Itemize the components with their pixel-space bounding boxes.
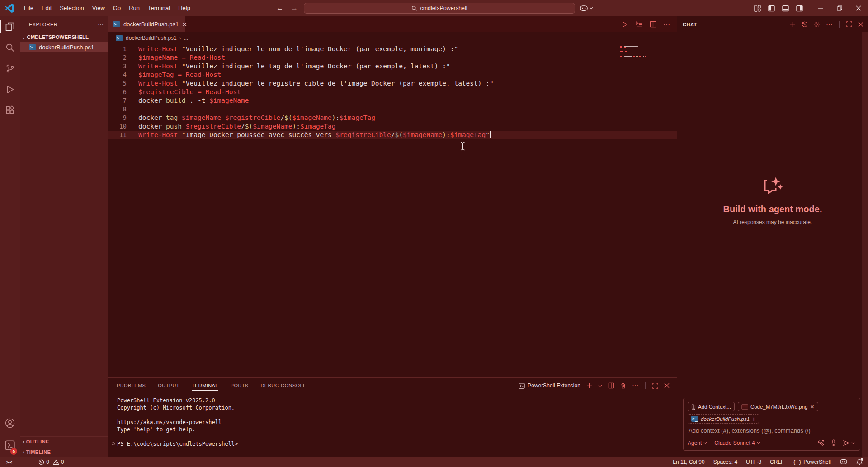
accounts-icon[interactable] (0, 413, 20, 434)
close-panel-icon[interactable] (664, 383, 670, 388)
code-line-6[interactable]: 6$registreCible = Read-Host (108, 88, 677, 96)
new-chat-icon[interactable] (790, 21, 796, 27)
minimize-button[interactable] (811, 0, 830, 16)
copilot-status-icon[interactable] (840, 459, 848, 465)
search-activity-icon[interactable] (0, 37, 20, 58)
code-line-11[interactable]: 11Write-Host "Image Docker poussée avec … (108, 131, 677, 139)
timeline-section[interactable]: › TIMELINE (20, 447, 108, 457)
explorer-file-item[interactable]: >_ dockerBuildPush.ps1 (20, 42, 108, 52)
run-file-icon[interactable] (621, 21, 628, 28)
maximize-panel-icon[interactable] (652, 383, 658, 389)
extensions-activity-icon[interactable] (0, 100, 20, 120)
breadcrumb-symbol[interactable]: ... (184, 35, 188, 41)
microphone-icon[interactable] (831, 439, 836, 446)
panel-tab-debug-console[interactable]: DEBUG CONSOLE (261, 378, 307, 393)
chat-settings-gear-icon[interactable] (814, 21, 820, 28)
panel-more-actions-icon[interactable]: ⋯ (632, 381, 639, 390)
code-line-9[interactable]: 9docker tag $imageName $registreCible/$(… (108, 114, 677, 122)
send-button[interactable] (843, 440, 855, 446)
maximize-chat-icon[interactable] (846, 21, 852, 27)
terminal-dropdown-icon[interactable] (598, 384, 602, 387)
tools-icon[interactable] (817, 439, 825, 446)
menu-view[interactable]: View (88, 3, 109, 14)
run-below-icon[interactable] (635, 21, 643, 28)
remote-indicator[interactable]: >< (6, 459, 12, 465)
current-file-chip[interactable]: >_ dockerBuildPush.ps1 + (688, 414, 759, 424)
chat-input-placeholder[interactable]: Add context (#), extensions (@), command… (689, 427, 856, 434)
vscode-logo-icon (5, 3, 14, 13)
notifications-bell[interactable] (856, 459, 863, 465)
menu-file[interactable]: File (20, 3, 38, 14)
status-indentation[interactable]: Spaces: 4 (713, 459, 737, 465)
command-center-search[interactable]: cmdletsPowershell (304, 3, 575, 14)
terminal-output[interactable]: PowerShell Extension v2025.2.0Copyright … (108, 393, 677, 448)
toggle-primary-sidebar-icon[interactable] (768, 5, 775, 12)
code-line-5[interactable]: 5Write-Host "Veuillez indiquer le regist… (108, 79, 677, 88)
chat-history-icon[interactable] (802, 21, 808, 28)
code-line-10[interactable]: 10docker push $registreCible/$($imageNam… (108, 122, 677, 131)
language-mode[interactable]: { } PowerShell (793, 459, 831, 465)
copilot-menu[interactable] (580, 5, 593, 12)
editor-more-actions-icon[interactable]: ⋯ (663, 20, 670, 29)
close-chat-icon[interactable] (858, 22, 863, 27)
attachment-image-chip[interactable]: Code_M7MJrLJxWd.png ✕ (738, 402, 818, 411)
breadcrumb-file[interactable]: dockerBuildPush.ps1 (126, 35, 177, 41)
panel-tab-output[interactable]: OUTPUT (158, 378, 179, 393)
back-arrow-icon[interactable]: ← (275, 4, 285, 12)
terminal-shell-selector[interactable]: PowerShell Extension (519, 382, 580, 389)
close-window-button[interactable] (849, 0, 868, 16)
explorer-activity-icon[interactable] (0, 16, 20, 37)
outline-section[interactable]: › OUTLINE (20, 436, 108, 447)
menu-run[interactable]: Run (125, 3, 144, 14)
toggle-panel-icon[interactable] (782, 5, 789, 12)
code-line-4[interactable]: 4$imageTag = Read-Host (108, 71, 677, 79)
panel-tab-ports[interactable]: PORTS (231, 378, 249, 393)
agent-mode-dropdown[interactable]: Agent (688, 440, 707, 446)
menu-selection[interactable]: Selection (56, 3, 88, 14)
menu-terminal[interactable]: Terminal (144, 3, 174, 14)
code-text: Write-Host "Veuillez indiquer le registr… (127, 79, 494, 88)
restore-button[interactable] (830, 0, 849, 16)
menu-go[interactable]: Go (109, 3, 125, 14)
breadcrumb[interactable]: >_ dockerBuildPush.ps1 › ... (108, 32, 677, 44)
tab-close-icon[interactable]: ✕ (182, 21, 187, 28)
split-editor-icon[interactable] (650, 21, 656, 28)
panel-tab-terminal[interactable]: TERMINAL (192, 378, 218, 393)
menu-edit[interactable]: Edit (38, 3, 56, 14)
explorer-root-folder[interactable]: ⌄ CMDLETSPOWERSHELL (20, 32, 108, 42)
chat-input-box[interactable]: Add Context... Code_M7MJrLJxWd.png ✕ >_ … (683, 398, 860, 451)
minimap[interactable] (620, 46, 662, 57)
remove-attachment-icon[interactable]: ✕ (810, 404, 814, 410)
status-encoding[interactable]: UTF-8 (746, 459, 761, 465)
status-eol[interactable]: CRLF (770, 459, 784, 465)
terminal-line: Copyright (c) Microsoft Corporation. (117, 404, 677, 411)
command-decoration-icon[interactable] (112, 442, 115, 445)
image-thumbnail (741, 404, 748, 410)
add-file-context-icon[interactable]: + (752, 415, 755, 423)
code-editor[interactable]: 1Write-Host "Veuillez indiquer le nom de… (108, 44, 677, 377)
panel-tab-problems[interactable]: PROBLEMS (117, 378, 146, 393)
tab-dockerbuildpush[interactable]: >_ dockerBuildPush.ps1 ✕ (108, 16, 185, 32)
powershell-session-icon[interactable]: 0 (0, 434, 20, 457)
status-cursor-position[interactable]: Ln 11, Col 90 (673, 459, 705, 465)
code-line-1[interactable]: 1Write-Host "Veuillez indiquer le nom de… (108, 45, 677, 53)
toggle-secondary-sidebar-icon[interactable] (796, 5, 803, 12)
chat-more-actions-icon[interactable]: ⋯ (826, 20, 833, 29)
code-line-3[interactable]: 3Write-Host "Veuillez indiquer le tag de… (108, 62, 677, 71)
add-context-button[interactable]: Add Context... (688, 402, 735, 411)
customize-layout-icon[interactable] (754, 5, 761, 12)
code-line-7[interactable]: 7docker build . -t $imageName (108, 96, 677, 105)
split-terminal-icon[interactable] (608, 382, 614, 389)
source-control-activity-icon[interactable] (0, 58, 20, 79)
forward-arrow-icon[interactable]: → (289, 4, 299, 12)
run-debug-activity-icon[interactable] (0, 79, 20, 100)
menu-help[interactable]: Help (174, 3, 194, 14)
chat-scrollbar[interactable] (862, 32, 868, 457)
problems-indicator[interactable]: 0 0 (38, 459, 64, 465)
kill-terminal-icon[interactable] (620, 382, 626, 389)
code-line-8[interactable]: 8 (108, 105, 677, 114)
model-dropdown[interactable]: Claude Sonnet 4 (714, 440, 760, 446)
explorer-more-actions-icon[interactable]: ⋯ (98, 21, 104, 28)
code-line-2[interactable]: 2$imageName = Read-Host (108, 53, 677, 62)
new-terminal-icon[interactable] (586, 383, 592, 389)
